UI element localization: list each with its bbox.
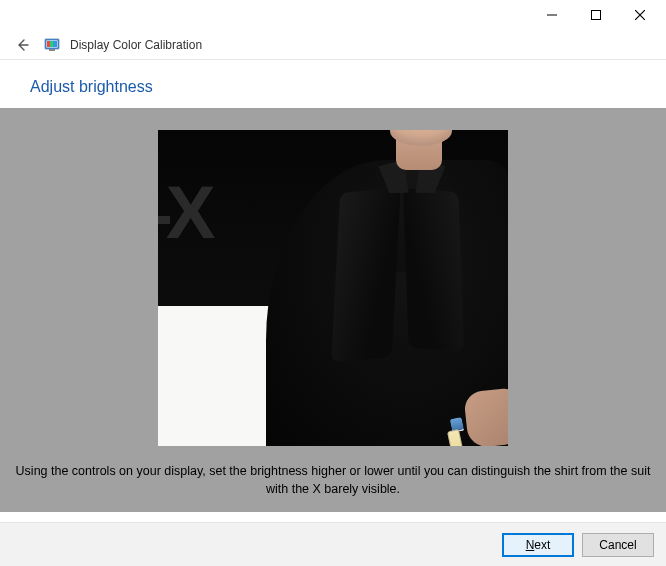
svg-rect-3	[47, 41, 50, 47]
brightness-reference-image: X	[158, 130, 508, 446]
app-title: Display Color Calibration	[70, 38, 202, 52]
footer-bar: Next Cancel	[0, 522, 666, 566]
header-bar: Display Color Calibration	[0, 30, 666, 60]
back-button[interactable]	[10, 33, 34, 57]
svg-rect-0	[592, 11, 601, 20]
svg-rect-4	[50, 41, 53, 47]
svg-rect-5	[53, 41, 57, 47]
minimize-icon	[547, 10, 557, 20]
next-button[interactable]: Next	[502, 533, 574, 557]
svg-rect-6	[49, 49, 55, 51]
maximize-button[interactable]	[574, 1, 618, 29]
close-icon	[635, 10, 645, 20]
app-icon	[44, 37, 60, 53]
instruction-text: Using the controls on your display, set …	[0, 456, 666, 512]
close-button[interactable]	[618, 1, 662, 29]
back-arrow-icon	[14, 37, 30, 53]
content-area: X Using the controls on your display, se…	[0, 108, 666, 512]
cancel-button[interactable]: Cancel	[582, 533, 654, 557]
minimize-button[interactable]	[530, 1, 574, 29]
window-titlebar	[0, 0, 666, 30]
reference-x-mark: X	[166, 170, 211, 255]
page-title: Adjust brightness	[0, 60, 666, 108]
maximize-icon	[591, 10, 601, 20]
